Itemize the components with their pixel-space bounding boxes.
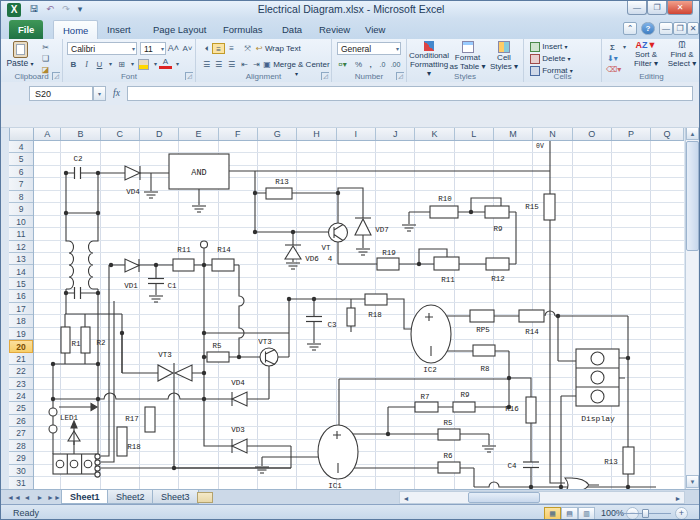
row-header-11[interactable]: 11 [9, 228, 33, 240]
row-header-20[interactable]: 20 [9, 340, 33, 352]
page-layout-view-icon[interactable]: ▤ [561, 507, 578, 520]
tab-file[interactable]: File [9, 20, 43, 39]
vertical-scrollbar[interactable]: ▲ ▼ [685, 127, 698, 489]
row-header-18[interactable]: 18 [9, 315, 33, 327]
accounting-format-icon[interactable]: ¤▾ [336, 59, 349, 70]
formula-input[interactable] [127, 86, 693, 101]
copy-icon[interactable]: ❏ [39, 53, 52, 64]
page-break-view-icon[interactable]: ▥ [578, 507, 595, 520]
tab-insert[interactable]: Insert [98, 20, 140, 39]
sort-filter-button[interactable]: AZ▼ Sort & Filter ▾ [628, 41, 664, 68]
zoom-in-icon[interactable]: + [675, 507, 688, 520]
row-header-12[interactable]: 12 [9, 241, 33, 253]
align-center-icon[interactable]: ☰ [212, 59, 225, 70]
column-header-H[interactable]: H [297, 128, 336, 140]
column-header-M[interactable]: M [494, 128, 533, 140]
row-header-10[interactable]: 10 [9, 216, 33, 228]
fx-icon[interactable]: fx [113, 88, 120, 98]
row-header-13[interactable]: 13 [9, 253, 33, 265]
row-header-4[interactable]: 4 [9, 141, 33, 153]
column-header-K[interactable]: K [415, 128, 454, 140]
sheet-tab-3[interactable]: Sheet3 [152, 490, 199, 504]
column-header-J[interactable]: J [376, 128, 415, 140]
insert-button[interactable]: Insert ▾ [530, 42, 568, 52]
column-header-N[interactable]: N [533, 128, 572, 140]
font-size-combo[interactable]: 11▾ [140, 42, 166, 55]
column-header-I[interactable]: I [337, 128, 376, 140]
scroll-up-icon[interactable]: ▲ [686, 127, 699, 140]
bold-button[interactable]: B [67, 59, 80, 70]
row-header-15[interactable]: 15 [9, 278, 33, 290]
row-header-25[interactable]: 25 [9, 402, 33, 414]
format-as-table-button[interactable]: Format as Table ▾ [449, 41, 486, 71]
column-header-C[interactable]: C [101, 128, 140, 140]
font-dialog-launcher[interactable]: ◿ [185, 72, 193, 80]
number-dialog-launcher[interactable]: ◿ [396, 72, 404, 80]
first-sheet-icon[interactable]: ◄◄ [7, 491, 19, 504]
decrease-decimal-icon[interactable]: .00 [389, 59, 402, 70]
column-headers[interactable]: ABCDEFGHIJKLMNOPQ [34, 127, 684, 141]
column-header-P[interactable]: P [612, 128, 651, 140]
number-format-combo[interactable]: General▾ [337, 42, 401, 55]
horizontal-scroll-thumb[interactable] [468, 492, 540, 503]
align-bottom-icon[interactable]: ≡ [225, 43, 238, 54]
delete-button[interactable]: Delete ▾ [530, 54, 571, 64]
horizontal-scrollbar[interactable]: ◄ ► [399, 491, 685, 504]
vertical-scroll-thumb[interactable] [686, 141, 699, 251]
row-header-26[interactable]: 26 [9, 415, 33, 427]
tab-review[interactable]: Review [310, 20, 359, 39]
cut-icon[interactable]: ✂ [39, 42, 52, 53]
row-header-21[interactable]: 21 [9, 353, 33, 365]
sheet-tab-1[interactable]: Sheet1 [61, 490, 109, 504]
row-header-23[interactable]: 23 [9, 378, 33, 390]
column-header-A[interactable]: A [34, 128, 61, 140]
column-header-G[interactable]: G [258, 128, 297, 140]
row-header-31[interactable]: 31 [9, 477, 33, 489]
column-header-E[interactable]: E [179, 128, 218, 140]
column-header-D[interactable]: D [140, 128, 179, 140]
column-header-L[interactable]: L [455, 128, 494, 140]
minimize-button[interactable]: — [627, 1, 647, 15]
fill-icon[interactable]: ⬇▾ [606, 53, 619, 64]
last-sheet-icon[interactable]: ►► [47, 491, 59, 504]
tab-data[interactable]: Data [273, 20, 311, 39]
doc-restore-icon[interactable]: ❐ [673, 22, 687, 35]
row-header-6[interactable]: 6 [9, 166, 33, 178]
row-header-16[interactable]: 16 [9, 290, 33, 302]
grow-font-icon[interactable]: A˄ [167, 43, 180, 54]
align-right-icon[interactable]: ☰ [225, 59, 238, 70]
cell-styles-button[interactable]: Cell Styles ▾ [487, 41, 521, 71]
tab-formulas[interactable]: Formulas [214, 20, 272, 39]
zoom-slider[interactable] [614, 513, 671, 514]
insert-worksheet-icon[interactable] [197, 492, 213, 503]
row-headers[interactable]: 4567891011121314151617181920212223242526… [9, 141, 34, 489]
help-icon[interactable]: ? [641, 22, 655, 35]
minimize-ribbon-icon[interactable]: ⌃ [623, 22, 637, 35]
zoom-slider-thumb[interactable] [642, 509, 649, 518]
doc-minimize-icon[interactable]: — [659, 22, 673, 35]
row-header-17[interactable]: 17 [9, 303, 33, 315]
align-middle-icon[interactable]: ≡ [212, 43, 225, 54]
prev-sheet-icon[interactable]: ◄ [21, 491, 33, 504]
column-header-Q[interactable]: Q [651, 128, 684, 140]
row-header-14[interactable]: 14 [9, 266, 33, 278]
row-header-8[interactable]: 8 [9, 191, 33, 203]
normal-view-icon[interactable]: ▦ [544, 507, 561, 520]
row-header-28[interactable]: 28 [9, 440, 33, 452]
row-header-24[interactable]: 24 [9, 390, 33, 402]
sheet-tab-2[interactable]: Sheet2 [107, 490, 154, 504]
clipboard-dialog-launcher[interactable]: ◿ [52, 72, 60, 80]
font-color-dropdown-icon[interactable]: ▾ [171, 59, 184, 70]
row-header-27[interactable]: 27 [9, 427, 33, 439]
row-header-30[interactable]: 30 [9, 465, 33, 477]
increase-decimal-icon[interactable]: .0 [376, 59, 389, 70]
column-header-B[interactable]: B [61, 128, 100, 140]
select-all-corner[interactable] [9, 127, 34, 141]
paste-button[interactable]: Paste ▾ [5, 41, 35, 68]
wrap-text-button[interactable]: ↩ Wrap Text [256, 44, 301, 53]
alignment-dialog-launcher[interactable]: ◿ [321, 72, 329, 80]
row-header-29[interactable]: 29 [9, 452, 33, 464]
restore-button[interactable]: ❐ [647, 1, 667, 15]
tab-home[interactable]: Home [53, 20, 98, 39]
column-header-O[interactable]: O [573, 128, 612, 140]
